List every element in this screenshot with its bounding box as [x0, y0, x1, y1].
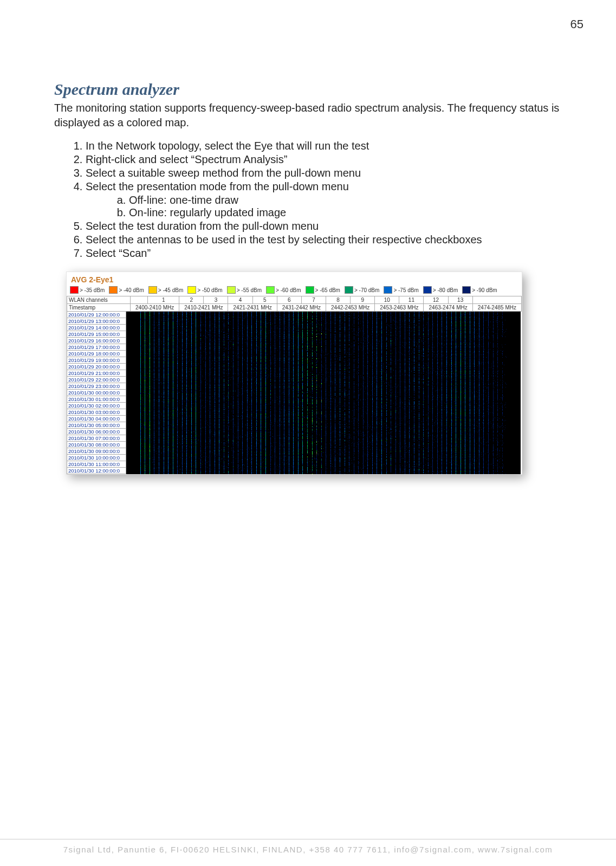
legend-label: > -90 dBm [472, 287, 497, 293]
timestamp-cell: 2010/01/30 10:00:00:0 [67, 455, 126, 461]
legend-label: > -75 dBm [393, 287, 418, 293]
legend-item: > -35 dBm [70, 286, 105, 294]
timestamp-cell: 2010/01/30 07:00:00:0 [67, 435, 126, 442]
legend-label: > -50 dBm [197, 287, 222, 293]
timestamp-header-cell: Timestamp [67, 304, 131, 312]
legend-item: > -45 dBm [148, 286, 183, 294]
channel-number-cell: 6 [277, 296, 301, 304]
channel-number-row: WLAN channels12345678910111213 [67, 296, 522, 304]
timestamp-cell: 2010/01/29 20:00:00:0 [67, 364, 126, 370]
channel-number-cell: 12 [424, 296, 448, 304]
legend-item: > -40 dBm [109, 286, 144, 294]
legend-item: > -80 dBm [423, 286, 458, 294]
legend-label: > -70 dBm [354, 287, 379, 293]
legend-label: > -80 dBm [433, 287, 458, 293]
legend-item: > -50 dBm [187, 286, 222, 294]
substep-a: Off-line: one-time draw [129, 194, 562, 206]
spectrum-screenshot: AVG 2-Eye1 > -35 dBm> -40 dBm> -45 dBm> … [66, 272, 522, 475]
step-7: Select “Scan” [86, 247, 562, 260]
freq-range-cell: 2431-2442 MHz [277, 304, 326, 312]
legend-swatch [306, 286, 314, 294]
timestamp-cell: 2010/01/30 03:00:00:0 [67, 409, 126, 416]
timestamp-cell: 2010/01/30 06:00:00:0 [67, 429, 126, 435]
timestamp-cell: 2010/01/29 12:00:00:0 [67, 312, 126, 318]
timestamp-cell: 2010/01/30 05:00:00:0 [67, 422, 126, 429]
timestamp-cell: 2010/01/29 17:00:00:0 [67, 344, 126, 351]
spectrum-title: AVG 2-Eye1 [67, 272, 522, 284]
spectrum-heatmap [67, 312, 521, 474]
legend-swatch [227, 286, 236, 294]
channel-number-cell: 4 [228, 296, 252, 304]
legend-label: > -65 dBm [315, 287, 340, 293]
page: 65 Spectrum analyzer The monitoring stat… [0, 0, 616, 866]
step-6: Select the antennas to be used in the te… [86, 234, 562, 246]
intro-paragraph: The monitoring station supports frequenc… [54, 101, 562, 130]
timestamp-cell: 2010/01/30 02:00:00:0 [67, 403, 126, 409]
legend-label: > -35 dBm [80, 287, 105, 293]
channels-header-cell: WLAN channels [67, 296, 131, 304]
timestamp-cell: 2010/01/29 21:00:00:0 [67, 370, 126, 377]
legend-swatch [109, 286, 118, 294]
freq-range-cell: 2442-2453 MHz [326, 304, 374, 312]
channel-number-cell: 13 [448, 296, 472, 304]
legend-item: > -75 dBm [384, 286, 418, 294]
freq-range-cell: 2410-2421 MHz [179, 304, 228, 312]
timestamp-cell: 2010/01/29 18:00:00:0 [67, 351, 126, 357]
channel-number-cell: 8 [326, 296, 350, 304]
timestamp-cell: 2010/01/30 08:00:00:0 [67, 442, 126, 448]
substep-list: Off-line: one-time draw On-line: regular… [129, 194, 562, 219]
spectrum-body: 2010/01/29 12:00:00:02010/01/29 13:00:00… [67, 312, 522, 474]
channel-number-cell: 5 [252, 296, 277, 304]
footer: 7signal Ltd, Panuntie 6, FI-00620 HELSIN… [0, 839, 616, 854]
channel-number-cell [131, 296, 148, 304]
legend-swatch [148, 286, 157, 294]
legend-row: > -35 dBm> -40 dBm> -45 dBm> -50 dBm> -5… [67, 285, 522, 296]
legend-swatch [70, 286, 79, 294]
instruction-list: In the Network topology, select the Eye … [76, 140, 562, 260]
freq-range-cell: 2421-2431 MHz [228, 304, 277, 312]
step-2: Right-click and select “Spectrum Analysi… [86, 153, 562, 166]
step-4-text: Select the presentation mode from the pu… [86, 180, 349, 192]
legend-swatch [187, 286, 196, 294]
section-title: Spectrum analyzer [54, 80, 562, 99]
legend-label: > -55 dBm [237, 287, 262, 293]
substep-b: On-line: regularly updated image [129, 206, 562, 219]
timestamp-cell: 2010/01/29 19:00:00:0 [67, 357, 126, 364]
freq-range-cell: 2474-2485 MHz [472, 304, 521, 312]
page-number: 65 [570, 17, 583, 31]
timestamp-cell: 2010/01/30 01:00:00:0 [67, 396, 126, 403]
timestamp-cell: 2010/01/29 14:00:00:0 [67, 325, 126, 331]
legend-item: > -70 dBm [345, 286, 379, 294]
channel-header-table: WLAN channels12345678910111213 Timestamp… [67, 296, 522, 312]
timestamp-cell: 2010/01/30 11:00:00:0 [67, 461, 126, 468]
step-4: Select the presentation mode from the pu… [86, 180, 562, 219]
legend-item: > -90 dBm [462, 286, 497, 294]
legend-swatch [423, 286, 432, 294]
channel-number-cell: 7 [301, 296, 326, 304]
legend-item: > -65 dBm [306, 286, 340, 294]
channel-number-cell [472, 296, 521, 304]
freq-range-cell: 2463-2474 MHz [424, 304, 472, 312]
freq-range-cell: 2453-2463 MHz [375, 304, 424, 312]
channel-number-cell: 3 [204, 296, 228, 304]
timestamp-cell: 2010/01/29 15:00:00:0 [67, 331, 126, 338]
frequency-row: Timestamp2400-2410 MHz2410-2421 MHz2421-… [67, 304, 522, 312]
channel-number-cell: 10 [375, 296, 399, 304]
channel-number-cell: 11 [399, 296, 424, 304]
timestamp-cell: 2010/01/29 16:00:00:0 [67, 338, 126, 344]
freq-range-cell: 2400-2410 MHz [131, 304, 179, 312]
channel-number-cell: 2 [179, 296, 204, 304]
legend-swatch [345, 286, 353, 294]
channel-number-cell: 1 [148, 296, 179, 304]
timestamp-cell: 2010/01/29 22:00:00:0 [67, 377, 126, 383]
channel-number-cell: 9 [351, 296, 375, 304]
legend-label: > -40 dBm [119, 287, 144, 293]
timestamp-cell: 2010/01/30 04:00:00:0 [67, 416, 126, 422]
legend-label: > -45 dBm [158, 287, 183, 293]
timestamp-cell: 2010/01/29 13:00:00:0 [67, 318, 126, 325]
step-3: Select a suitable sweep method from the … [86, 167, 562, 179]
timestamp-cell: 2010/01/30 00:00:00:0 [67, 390, 126, 396]
timestamp-cell: 2010/01/29 23:00:00:0 [67, 383, 126, 390]
timestamp-column: 2010/01/29 12:00:00:02010/01/29 13:00:00… [67, 312, 126, 474]
step-1: In the Network topology, select the Eye … [86, 140, 562, 152]
